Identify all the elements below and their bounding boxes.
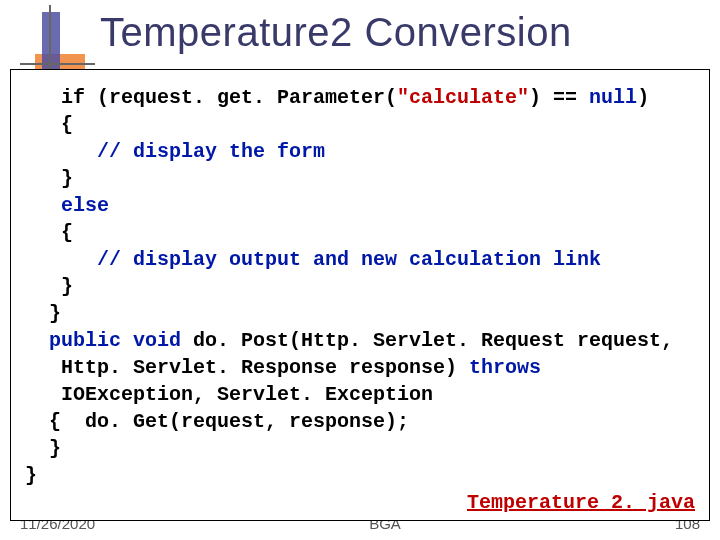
file-link[interactable]: Temperature 2. java: [25, 491, 695, 514]
code-content: if (request. get. Parameter("calculate")…: [25, 84, 695, 489]
code-box: if (request. get. Parameter("calculate")…: [10, 69, 710, 521]
slide-title: Temperature2 Conversion: [100, 10, 720, 55]
